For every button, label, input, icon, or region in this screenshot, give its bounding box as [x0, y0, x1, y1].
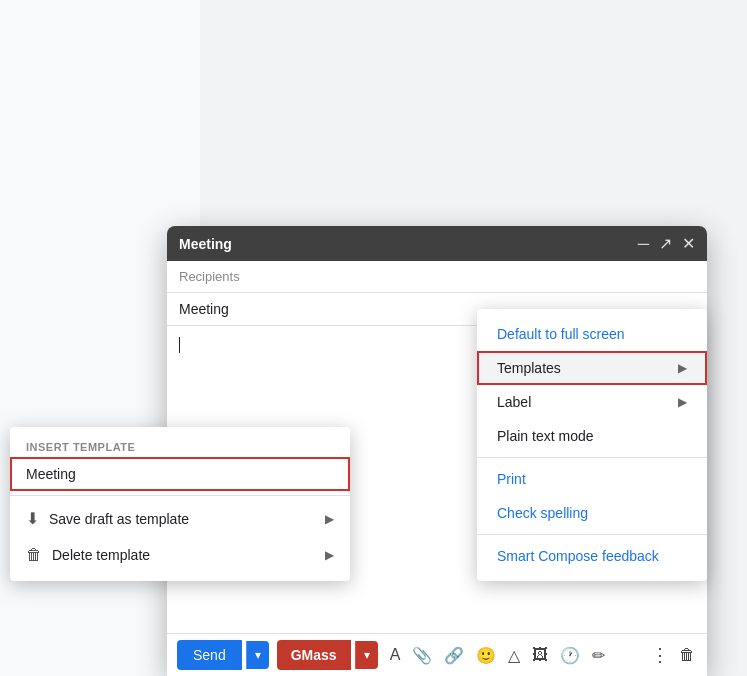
- default-fullscreen-label: Default to full screen: [497, 326, 625, 342]
- gmass-button[interactable]: GMass: [277, 640, 351, 670]
- delete-template-item[interactable]: 🗑 Delete template ▶: [10, 537, 350, 573]
- subject-value: Meeting: [179, 301, 229, 317]
- plain-text-label: Plain text mode: [497, 428, 594, 444]
- menu-item-label[interactable]: Label ▶: [477, 385, 707, 419]
- link-icon[interactable]: 🔗: [442, 644, 466, 667]
- menu-item-smart-compose[interactable]: Smart Compose feedback: [477, 539, 707, 573]
- signature-icon[interactable]: ✏: [590, 644, 607, 667]
- delete-template-label: Delete template: [52, 547, 150, 563]
- insert-template-label: INSERT TEMPLATE: [10, 435, 350, 457]
- print-label: Print: [497, 471, 526, 487]
- emoji-icon[interactable]: 🙂: [474, 644, 498, 667]
- left-menu-divider: [10, 495, 350, 496]
- drive-icon[interactable]: △: [506, 644, 522, 667]
- menu-item-default-fullscreen[interactable]: Default to full screen: [477, 317, 707, 351]
- label-label: Label: [497, 394, 531, 410]
- save-draft-arrow: ▶: [325, 512, 334, 526]
- label-arrow: ▶: [678, 395, 687, 409]
- text-cursor: [179, 337, 180, 353]
- meeting-template-item[interactable]: Meeting: [10, 457, 350, 491]
- menu-item-check-spelling[interactable]: Check spelling: [477, 496, 707, 530]
- templates-label: Templates: [497, 360, 561, 376]
- compose-title: Meeting: [179, 236, 232, 252]
- menu-item-templates[interactable]: Templates ▶: [477, 351, 707, 385]
- recipients-field[interactable]: Recipients: [167, 261, 707, 293]
- menu-item-print[interactable]: Print: [477, 462, 707, 496]
- save-draft-icon: ⬇: [26, 509, 39, 528]
- send-button[interactable]: Send: [177, 640, 242, 670]
- toolbar-icons: A 📎 🔗 🙂 △ 🖼 🕐 ✏ ⋮ 🗑: [388, 644, 697, 667]
- minimize-icon[interactable]: ─: [638, 235, 649, 253]
- right-menu-divider-2: [477, 534, 707, 535]
- meeting-template-label: Meeting: [26, 466, 76, 482]
- text-color-icon[interactable]: A: [388, 644, 403, 666]
- photo-icon[interactable]: 🖼: [530, 644, 550, 666]
- check-spelling-label: Check spelling: [497, 505, 588, 521]
- right-options-menu: Default to full screen Templates ▶ Label…: [477, 309, 707, 581]
- menu-item-plain-text[interactable]: Plain text mode: [477, 419, 707, 453]
- save-draft-label: Save draft as template: [49, 511, 189, 527]
- delete-template-arrow: ▶: [325, 548, 334, 562]
- compose-toolbar: Send ▾ GMass ▾ A 📎 🔗 🙂 △ 🖼 🕐 ✏ ⋮ 🗑: [167, 633, 707, 676]
- compose-header-controls: ─ ↗ ✕: [638, 234, 695, 253]
- maximize-icon[interactable]: ↗: [659, 234, 672, 253]
- attach-icon[interactable]: 📎: [410, 644, 434, 667]
- gmass-arrow-button[interactable]: ▾: [355, 641, 378, 669]
- send-arrow-button[interactable]: ▾: [246, 641, 269, 669]
- more-options-icon[interactable]: ⋮: [651, 644, 669, 666]
- compose-header[interactable]: Meeting ─ ↗ ✕: [167, 226, 707, 261]
- close-icon[interactable]: ✕: [682, 234, 695, 253]
- event-icon[interactable]: 🕐: [558, 644, 582, 667]
- right-menu-divider-1: [477, 457, 707, 458]
- discard-icon[interactable]: 🗑: [677, 644, 697, 666]
- recipients-label: Recipients: [179, 269, 240, 284]
- smart-compose-label: Smart Compose feedback: [497, 548, 659, 564]
- delete-template-icon: 🗑: [26, 546, 42, 564]
- templates-arrow: ▶: [678, 361, 687, 375]
- left-template-menu: INSERT TEMPLATE Meeting ⬇ Save draft as …: [10, 427, 350, 581]
- save-draft-template-item[interactable]: ⬇ Save draft as template ▶: [10, 500, 350, 537]
